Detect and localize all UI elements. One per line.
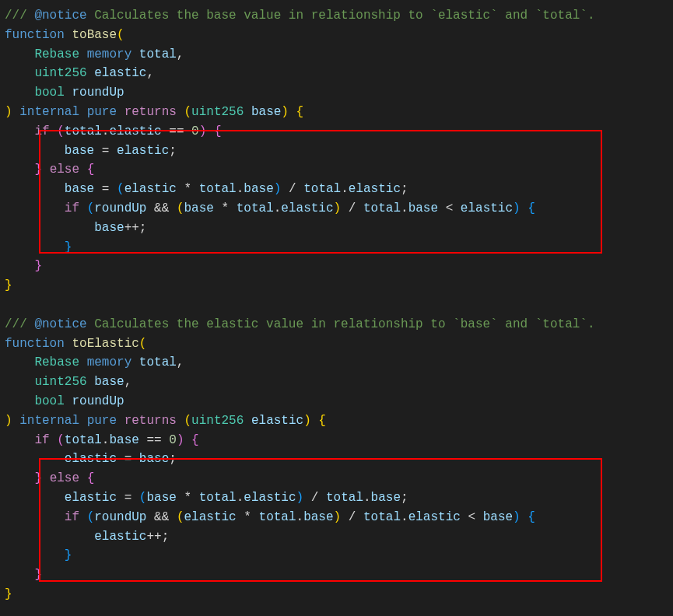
op: && (154, 510, 169, 524)
var: base (139, 452, 169, 466)
op: = (102, 182, 110, 196)
op: / (311, 491, 319, 505)
var: base (94, 221, 124, 235)
op: * (244, 510, 251, 524)
var: base (65, 144, 94, 158)
keyword-function: function (5, 28, 65, 42)
code-line: } (5, 565, 673, 585)
code-line: if (total.base == 0) { (5, 431, 673, 450)
var: total (326, 491, 363, 505)
prop: base (244, 182, 273, 196)
code-line: if (roundUp && (base * total.elastic) / … (5, 199, 673, 219)
code-line: Rebase memory total, (5, 353, 673, 373)
code-editor[interactable]: /// @notice Calculates the base value in… (0, 0, 673, 604)
function-name: toElastic (72, 337, 138, 351)
param: total (139, 355, 177, 369)
modifier: pure (87, 105, 117, 119)
else-kw: else (50, 471, 79, 485)
var: total (199, 491, 237, 505)
code-line: if (roundUp && (elastic * total.base) / … (5, 508, 673, 527)
var: elastic (65, 491, 117, 505)
prop: elastic (281, 201, 333, 215)
comment: /// (5, 317, 34, 331)
doc-tag: @notice (34, 317, 86, 331)
modifier: internal (19, 414, 79, 428)
if-kw: if (34, 124, 49, 138)
op: * (222, 201, 230, 215)
code-line: } (5, 546, 673, 565)
returns-kw: returns (124, 414, 177, 428)
var: elastic (461, 201, 513, 215)
param: roundUp (72, 394, 124, 408)
code-line: } (5, 585, 673, 604)
code-line: if (total.elastic == 0) { (5, 122, 673, 142)
op: * (184, 491, 191, 505)
code-line: function toBase( (5, 26, 673, 45)
param: base (94, 375, 124, 389)
comment: /// (5, 9, 34, 23)
op: = (124, 452, 132, 466)
var: total (65, 124, 102, 138)
type: uint256 (34, 66, 86, 80)
code-line: base = elastic; (5, 142, 673, 161)
op: == (146, 433, 161, 447)
number: 0 (191, 124, 199, 138)
var: base (65, 182, 94, 196)
var: total (363, 510, 401, 524)
code-line: /// @notice Calculates the elastic value… (5, 315, 673, 334)
op: ++ (124, 221, 139, 235)
prop: elastic (244, 491, 296, 505)
prop: elastic (349, 182, 401, 196)
var: base (146, 491, 176, 505)
type: Rebase (34, 355, 79, 369)
modifier: internal (19, 105, 79, 119)
prop: base (109, 433, 138, 447)
op: ++ (146, 530, 161, 544)
blank-line (5, 296, 673, 315)
var: elastic (124, 182, 177, 196)
op: && (154, 201, 169, 215)
op: = (102, 144, 110, 158)
var: total (237, 201, 274, 215)
var: total (363, 201, 401, 215)
var: elastic (117, 144, 169, 158)
op: / (349, 201, 356, 215)
var: elastic (65, 452, 117, 466)
if-kw: if (65, 201, 79, 215)
code-line: Rebase memory total, (5, 45, 673, 65)
op: * (184, 182, 191, 196)
code-line: } else { (5, 160, 673, 180)
comment-text: Calculates the elastic value in relation… (87, 317, 595, 331)
var: base (483, 510, 513, 524)
code-line: base++; (5, 219, 673, 238)
code-line: elastic++; (5, 527, 673, 547)
code-line: elastic = (base * total.elastic) / total… (5, 488, 673, 508)
var: elastic (184, 510, 236, 524)
code-line: } (5, 257, 673, 276)
keyword-function: function (5, 337, 65, 351)
modifier: pure (87, 414, 117, 428)
op: = (124, 491, 132, 505)
var: total (199, 182, 237, 196)
var: total (303, 182, 341, 196)
param: roundUp (72, 86, 124, 100)
prop: base (371, 491, 401, 505)
comment-text: Calculates the base value in relationshi… (87, 9, 595, 23)
code-line: ) internal pure returns (uint256 base) { (5, 103, 673, 122)
op: == (169, 124, 184, 138)
ret-name: elastic (251, 414, 303, 428)
code-line: uint256 base, (5, 373, 673, 392)
modifier: memory (87, 47, 132, 61)
code-line: elastic = base; (5, 450, 673, 469)
prop: elastic (408, 510, 461, 524)
type: uint256 (34, 375, 86, 389)
var: roundUp (94, 201, 146, 215)
prop: elastic (109, 124, 161, 138)
type: uint256 (191, 414, 244, 428)
var: elastic (94, 530, 146, 544)
code-line: } else { (5, 469, 673, 488)
type: uint256 (191, 105, 244, 119)
op: < (446, 201, 454, 215)
modifier: memory (87, 355, 132, 369)
ret-name: base (251, 105, 281, 119)
